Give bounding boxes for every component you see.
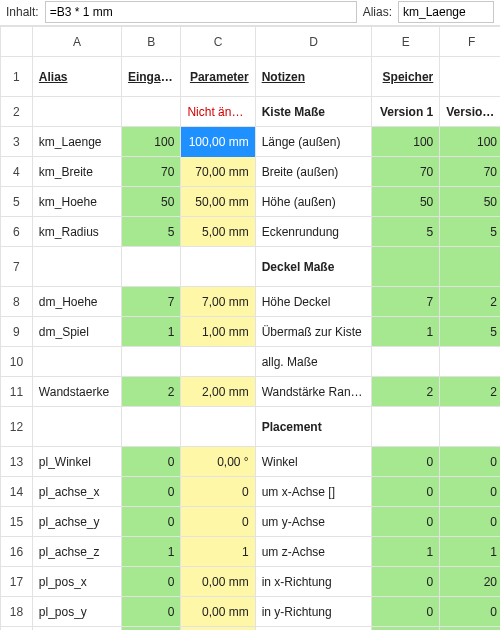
cell-a16[interactable]: pl_achse_z xyxy=(32,537,121,567)
rowhdr-10[interactable]: 10 xyxy=(1,347,33,377)
cell-a17[interactable]: pl_pos_x xyxy=(32,567,121,597)
cell-b3[interactable]: 100 xyxy=(121,127,180,157)
cell-b17[interactable]: 0 xyxy=(121,567,180,597)
rowhdr-19[interactable]: 19 xyxy=(1,627,33,631)
cell-a14[interactable]: pl_achse_x xyxy=(32,477,121,507)
cell-d14[interactable]: um x-Achse [] xyxy=(255,477,372,507)
cell-e14[interactable]: 0 xyxy=(372,477,440,507)
cell-b18[interactable]: 0 xyxy=(121,597,180,627)
cell-f12[interactable] xyxy=(440,407,500,447)
rowhdr-17[interactable]: 17 xyxy=(1,567,33,597)
alias-input[interactable] xyxy=(398,1,494,23)
cell-d11[interactable]: Wandstärke Rand ... xyxy=(255,377,372,407)
cell-e19[interactable]: 0 xyxy=(372,627,440,631)
cell-e18[interactable]: 0 xyxy=(372,597,440,627)
colhdr-f[interactable]: F xyxy=(440,27,500,57)
cell-d19[interactable]: in z-Richtung xyxy=(255,627,372,631)
cell-a3[interactable]: km_Laenge xyxy=(32,127,121,157)
cell-b12[interactable] xyxy=(121,407,180,447)
cell-e4[interactable]: 70 xyxy=(372,157,440,187)
cell-e5[interactable]: 50 xyxy=(372,187,440,217)
cell-b13[interactable]: 0 xyxy=(121,447,180,477)
cell-f11[interactable]: 2 xyxy=(440,377,500,407)
cell-f9[interactable]: 5 xyxy=(440,317,500,347)
cell-d17[interactable]: in x-Richtung xyxy=(255,567,372,597)
cell-e9[interactable]: 1 xyxy=(372,317,440,347)
cell-c2[interactable]: Nicht ändern! xyxy=(181,97,255,127)
cell-b11[interactable]: 2 xyxy=(121,377,180,407)
cell-b16[interactable]: 1 xyxy=(121,537,180,567)
rowhdr-7[interactable]: 7 xyxy=(1,247,33,287)
cell-d15[interactable]: um y-Achse xyxy=(255,507,372,537)
rowhdr-16[interactable]: 16 xyxy=(1,537,33,567)
cell-a6[interactable]: km_Radius xyxy=(32,217,121,247)
cell-c14[interactable]: 0 xyxy=(181,477,255,507)
cell-e3[interactable]: 100 xyxy=(372,127,440,157)
cell-b14[interactable]: 0 xyxy=(121,477,180,507)
spreadsheet-table[interactable]: A B C D E F 1 Alias Eingabe Parameter No… xyxy=(0,26,500,630)
cell-f15[interactable]: 0 xyxy=(440,507,500,537)
rowhdr-2[interactable]: 2 xyxy=(1,97,33,127)
cell-e1[interactable]: Speicher xyxy=(372,57,440,97)
rowhdr-6[interactable]: 6 xyxy=(1,217,33,247)
cell-e10[interactable] xyxy=(372,347,440,377)
rowhdr-5[interactable]: 5 xyxy=(1,187,33,217)
rowhdr-3[interactable]: 3 xyxy=(1,127,33,157)
cell-a18[interactable]: pl_pos_y xyxy=(32,597,121,627)
rowhdr-13[interactable]: 13 xyxy=(1,447,33,477)
cell-b6[interactable]: 5 xyxy=(121,217,180,247)
cell-c13[interactable]: 0,00 ° xyxy=(181,447,255,477)
cell-a12[interactable] xyxy=(32,407,121,447)
cell-b4[interactable]: 70 xyxy=(121,157,180,187)
cell-e16[interactable]: 1 xyxy=(372,537,440,567)
cell-b9[interactable]: 1 xyxy=(121,317,180,347)
cell-f6[interactable]: 5 xyxy=(440,217,500,247)
cell-c19[interactable]: 0,00 mm xyxy=(181,627,255,631)
cell-c6[interactable]: 5,00 mm xyxy=(181,217,255,247)
corner-cell[interactable] xyxy=(1,27,33,57)
cell-d6[interactable]: Eckenrundung xyxy=(255,217,372,247)
cell-c7[interactable] xyxy=(181,247,255,287)
cell-c16[interactable]: 1 xyxy=(181,537,255,567)
cell-d18[interactable]: in y-Richtung xyxy=(255,597,372,627)
colhdr-c[interactable]: C xyxy=(181,27,255,57)
cell-f18[interactable]: 0 xyxy=(440,597,500,627)
rowhdr-4[interactable]: 4 xyxy=(1,157,33,187)
cell-a10[interactable] xyxy=(32,347,121,377)
cell-e13[interactable]: 0 xyxy=(372,447,440,477)
cell-e6[interactable]: 5 xyxy=(372,217,440,247)
cell-e8[interactable]: 7 xyxy=(372,287,440,317)
cell-c11[interactable]: 2,00 mm xyxy=(181,377,255,407)
cell-e7[interactable] xyxy=(372,247,440,287)
cell-a5[interactable]: km_Hoehe xyxy=(32,187,121,217)
cell-d9[interactable]: Übermaß zur Kiste xyxy=(255,317,372,347)
cell-c18[interactable]: 0,00 mm xyxy=(181,597,255,627)
cell-a8[interactable]: dm_Hoehe xyxy=(32,287,121,317)
cell-f5[interactable]: 50 xyxy=(440,187,500,217)
rowhdr-14[interactable]: 14 xyxy=(1,477,33,507)
cell-f14[interactable]: 0 xyxy=(440,477,500,507)
cell-b1[interactable]: Eingabe xyxy=(121,57,180,97)
cell-f13[interactable]: 0 xyxy=(440,447,500,477)
rowhdr-1[interactable]: 1 xyxy=(1,57,33,97)
cell-f8[interactable]: 2 xyxy=(440,287,500,317)
cell-d7[interactable]: Deckel Maße xyxy=(255,247,372,287)
cell-e17[interactable]: 0 xyxy=(372,567,440,597)
colhdr-e[interactable]: E xyxy=(372,27,440,57)
spreadsheet-viewport[interactable]: A B C D E F 1 Alias Eingabe Parameter No… xyxy=(0,26,500,630)
cell-a4[interactable]: km_Breite xyxy=(32,157,121,187)
cell-c8[interactable]: 7,00 mm xyxy=(181,287,255,317)
cell-d13[interactable]: Winkel xyxy=(255,447,372,477)
cell-b2[interactable] xyxy=(121,97,180,127)
cell-d12[interactable]: Placement xyxy=(255,407,372,447)
cell-d16[interactable]: um z-Achse xyxy=(255,537,372,567)
cell-c4[interactable]: 70,00 mm xyxy=(181,157,255,187)
cell-b15[interactable]: 0 xyxy=(121,507,180,537)
cell-d4[interactable]: Breite (außen) xyxy=(255,157,372,187)
cell-e15[interactable]: 0 xyxy=(372,507,440,537)
cell-a11[interactable]: Wandstaerke xyxy=(32,377,121,407)
cell-d3[interactable]: Länge (außen) xyxy=(255,127,372,157)
cell-d5[interactable]: Höhe (außen) xyxy=(255,187,372,217)
cell-e11[interactable]: 2 xyxy=(372,377,440,407)
cell-a9[interactable]: dm_Spiel xyxy=(32,317,121,347)
